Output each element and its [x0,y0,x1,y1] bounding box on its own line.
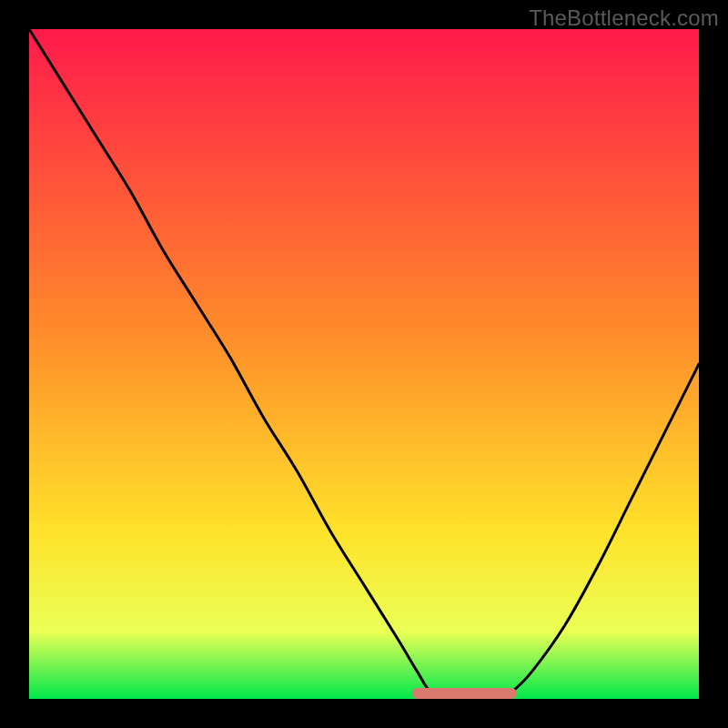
watermark-text: TheBottleneck.com [529,5,719,31]
chart-frame: TheBottleneck.com [0,0,728,728]
plot-area [29,29,699,699]
curve-layer [29,29,699,699]
bottleneck-curve [29,29,699,699]
